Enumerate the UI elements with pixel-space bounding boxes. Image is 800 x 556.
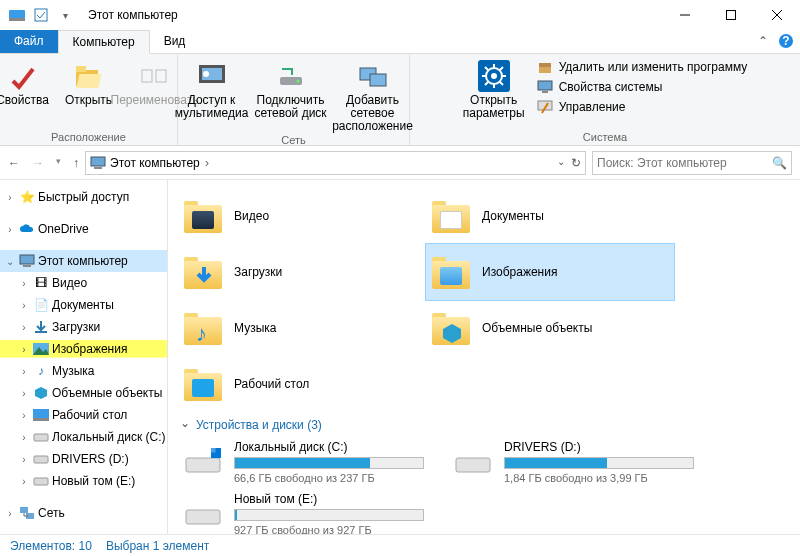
nav-tree: ›⭐Быстрый доступ ›OneDrive ⌄Этот компьют…: [0, 180, 168, 534]
status-selected: Выбран 1 элемент: [106, 539, 209, 553]
address-bar[interactable]: Этот компьютер ⌄ ↻: [85, 151, 586, 175]
uninstall-label: Удалить или изменить программу: [559, 60, 748, 74]
sysprops-button[interactable]: Свойства системы: [533, 78, 752, 96]
ribbon-collapse-icon[interactable]: ⌃: [758, 34, 768, 48]
tree-drive-e[interactable]: ›Новый том (E:): [0, 470, 167, 492]
nav-recent-icon[interactable]: ▾: [56, 156, 61, 170]
netdrive-button[interactable]: Подключить сетевой диск: [253, 56, 329, 120]
svg-point-15: [296, 80, 299, 83]
netloc-label: Добавить сетевое расположение: [332, 94, 413, 134]
tab-file[interactable]: Файл: [0, 30, 58, 53]
svg-rect-36: [34, 456, 48, 463]
svg-rect-23: [538, 81, 552, 90]
group-location-label: Расположение: [51, 131, 126, 145]
breadcrumb[interactable]: Этот компьютер: [110, 156, 209, 170]
folder-downloads[interactable]: Загрузки: [178, 244, 426, 300]
maximize-button[interactable]: [708, 0, 754, 30]
tree-this-pc[interactable]: ⌄Этот компьютер: [0, 250, 167, 272]
properties-button[interactable]: Свойства: [0, 56, 54, 107]
nav-up-icon[interactable]: ↑: [73, 156, 79, 170]
manage-label: Управление: [559, 100, 626, 114]
minimize-button[interactable]: [662, 0, 708, 30]
tree-onedrive[interactable]: ›OneDrive: [0, 218, 167, 240]
drive-d-name: DRIVERS (D:): [504, 440, 694, 454]
cube-icon: [32, 386, 50, 400]
nav-forward-icon[interactable]: →: [32, 156, 44, 170]
tree-downloads[interactable]: ›Загрузки: [0, 316, 167, 338]
box-icon: [537, 59, 553, 75]
svg-rect-44: [456, 458, 490, 472]
folder-pictures[interactable]: Изображения: [426, 244, 674, 300]
svg-text:?: ?: [782, 34, 789, 48]
tab-view[interactable]: Вид: [150, 30, 200, 53]
svg-rect-24: [542, 91, 548, 93]
group-network-label: Сеть: [281, 134, 305, 148]
folder-music[interactable]: ♪Музыка: [178, 300, 426, 356]
close-button[interactable]: [754, 0, 800, 30]
tree-quick-access[interactable]: ›⭐Быстрый доступ: [0, 186, 167, 208]
tree-drive-c[interactable]: ›Локальный диск (C:): [0, 426, 167, 448]
qat-dropdown-icon[interactable]: ▾: [54, 4, 76, 26]
tab-computer[interactable]: Компьютер: [58, 30, 150, 54]
star-icon: ⭐: [18, 190, 36, 204]
svg-rect-10: [156, 70, 166, 82]
drive-c-sub: 66,6 ГБ свободно из 237 ГБ: [234, 472, 424, 484]
svg-rect-7: [76, 66, 86, 72]
pc-icon: [90, 156, 106, 170]
drive-c-bar: [234, 457, 424, 469]
tree-drive-d[interactable]: ›DRIVERS (D:): [0, 448, 167, 470]
picture-icon: [32, 343, 50, 355]
nav-back-icon[interactable]: ←: [8, 156, 20, 170]
cloud-icon: [18, 223, 36, 235]
help-icon[interactable]: ?: [778, 33, 794, 49]
drive-d[interactable]: DRIVERS (D:)1,84 ГБ свободно из 3,99 ГБ: [448, 436, 698, 488]
settings-button[interactable]: Открыть параметры: [459, 56, 529, 120]
section-drives-header[interactable]: Устройства и диски (3): [178, 412, 790, 436]
monitor-icon: [537, 79, 553, 95]
drive-c-name: Локальный диск (C:): [234, 440, 424, 454]
film-icon: 🎞: [32, 276, 50, 290]
netloc-button[interactable]: Добавить сетевое расположение: [333, 56, 413, 134]
network-icon: [18, 506, 36, 520]
manage-icon: [537, 99, 553, 115]
svg-rect-28: [20, 255, 34, 264]
group-system-label: Система: [583, 131, 627, 145]
tree-desktop[interactable]: ›Рабочий стол: [0, 404, 167, 426]
address-dropdown-icon[interactable]: ⌄: [557, 156, 565, 170]
folder-video[interactable]: Видео: [178, 188, 426, 244]
tree-pictures[interactable]: ›Изображения: [0, 338, 167, 360]
drive-e[interactable]: Новый том (E:)927 ГБ свободно из 927 ГБ: [178, 488, 428, 534]
drive-icon: [32, 453, 50, 465]
svg-rect-9: [142, 70, 152, 82]
drive-d-bar: [504, 457, 694, 469]
drive-icon: [182, 492, 224, 534]
status-bar: Элементов: 10 Выбран 1 элемент: [0, 534, 800, 556]
media-button[interactable]: Доступ к мультимедиа: [175, 56, 249, 120]
pc-icon: [18, 254, 36, 268]
svg-rect-45: [186, 510, 220, 524]
tree-video[interactable]: ›🎞Видео: [0, 272, 167, 294]
drive-d-sub: 1,84 ГБ свободно из 3,99 ГБ: [504, 472, 694, 484]
svg-rect-33: [33, 409, 49, 419]
download-icon: [32, 320, 50, 334]
folder-3d[interactable]: Объемные объекты: [426, 300, 674, 356]
drive-c[interactable]: Локальный диск (C:)66,6 ГБ свободно из 2…: [178, 436, 428, 488]
tree-music[interactable]: ›♪Музыка: [0, 360, 167, 382]
tree-network[interactable]: ›Сеть: [0, 502, 167, 524]
folder-docs[interactable]: Документы: [426, 188, 674, 244]
svg-rect-27: [94, 167, 102, 169]
svg-rect-2: [35, 9, 47, 21]
search-icon[interactable]: 🔍: [772, 156, 787, 170]
tree-docs[interactable]: ›📄Документы: [0, 294, 167, 316]
search-box[interactable]: Поиск: Этот компьютер 🔍: [592, 151, 792, 175]
ribbon: Свойства Открыть Переименовать Расположе…: [0, 54, 800, 146]
qat-properties-icon[interactable]: [30, 4, 52, 26]
refresh-icon[interactable]: ↻: [571, 156, 581, 170]
manage-button[interactable]: Управление: [533, 98, 752, 116]
uninstall-button[interactable]: Удалить или изменить программу: [533, 58, 752, 76]
drive-icon: [32, 431, 50, 443]
svg-point-20: [491, 73, 497, 79]
svg-rect-17: [370, 74, 386, 86]
tree-3d[interactable]: ›Объемные объекты: [0, 382, 167, 404]
folder-desktop[interactable]: Рабочий стол: [178, 356, 426, 412]
